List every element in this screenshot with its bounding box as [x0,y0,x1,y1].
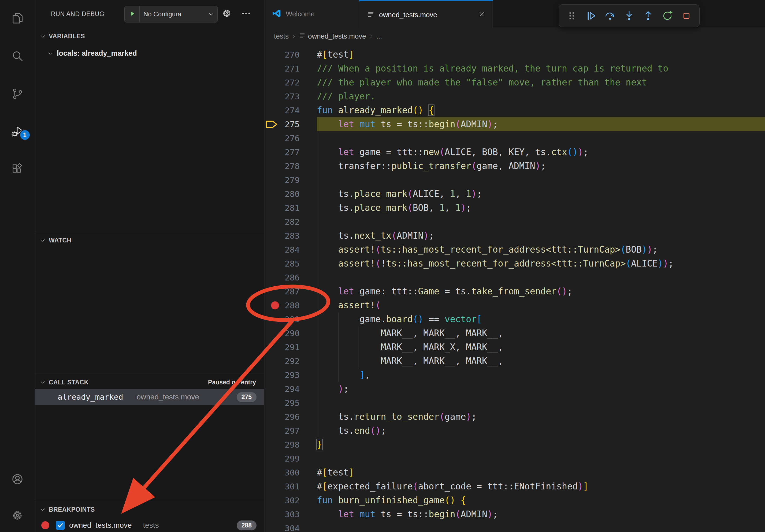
code-line[interactable]: 296 ts.return_to_sender(game); [264,410,765,424]
section-header-call-stack[interactable]: CALL STACK Paused on entry [35,374,264,391]
code-line[interactable]: 290 MARK__, MARK__, MARK__, [264,326,765,340]
code-line[interactable]: 298} [264,438,765,452]
gutter-glyph-margin[interactable] [264,159,279,173]
code-line[interactable]: 270#[test] [264,48,765,62]
gutter-glyph-margin[interactable] [264,173,279,187]
gutter-glyph-margin[interactable] [264,215,279,229]
code-line[interactable]: 276 [264,131,765,145]
close-tab-button[interactable] [478,11,485,19]
gutter-glyph-margin[interactable] [264,201,279,215]
stop-button[interactable] [678,7,694,24]
activity-item-accounts[interactable] [0,466,35,492]
step-out-button[interactable] [640,7,656,24]
gutter-glyph-margin[interactable] [264,257,279,271]
gutter-glyph-margin[interactable] [264,131,279,145]
gutter-glyph-margin[interactable] [264,354,279,368]
gutter-glyph-margin[interactable] [264,368,279,382]
activity-item-source-control[interactable] [0,81,35,107]
code-line[interactable]: 286 [264,271,765,285]
gutter-glyph-margin[interactable] [264,145,279,159]
step-into-button[interactable] [621,7,637,24]
breakpoint-checkbox[interactable] [56,521,65,530]
gutter-glyph-margin[interactable] [264,117,279,131]
code-line[interactable]: 272/// the player who made the "false" m… [264,76,765,90]
restart-button[interactable] [659,7,675,24]
gutter-glyph-margin[interactable] [264,479,279,493]
activity-item-explorer[interactable] [0,5,35,31]
gutter-glyph-margin[interactable] [264,507,279,521]
gutter-glyph-margin[interactable] [264,285,279,298]
gutter-glyph-margin[interactable] [264,452,279,465]
start-debugging-button[interactable] [125,6,140,22]
drag-handle-button[interactable] [564,7,580,24]
code-line[interactable]: 294 ); [264,382,765,396]
breadcrumb-item-file[interactable]: owned_tests.move [299,32,366,41]
code-line[interactable]: 301#[expected_failure(abort_code = ttt::… [264,479,765,493]
gutter-glyph-margin[interactable] [264,521,279,532]
gutter-glyph-margin[interactable] [264,410,279,424]
code-line[interactable]: 295 [264,396,765,410]
gutter-glyph-margin[interactable] [264,76,279,90]
gutter-glyph-margin[interactable] [264,298,279,312]
breadcrumb-item-tests[interactable]: tests [274,32,289,40]
gutter-glyph-margin[interactable] [264,493,279,507]
code-line[interactable]: 277 let game = ttt::new(ALICE, BOB, KEY,… [264,145,765,159]
code-editor[interactable]: 270#[test]271/// When a position is alre… [264,45,765,532]
gutter-glyph-margin[interactable] [264,187,279,201]
breadcrumb-item-symbol[interactable]: ... [376,32,382,40]
code-line[interactable]: 292 MARK__, MARK__, MARK__, [264,354,765,368]
code-line[interactable]: 282 [264,215,765,229]
code-line[interactable]: 283 ts.next_tx(ADMIN); [264,229,765,243]
gutter-glyph-margin[interactable] [264,90,279,104]
code-line[interactable]: 300#[test] [264,465,765,479]
gutter-glyph-margin[interactable] [264,271,279,285]
stack-frame-row[interactable]: already_marked owned_tests.move 275 [35,389,264,405]
code-line[interactable]: 303 let mut ts = ts::begin(ADMIN); [264,507,765,521]
gutter-glyph-margin[interactable] [264,48,279,62]
code-line[interactable]: 299 [264,452,765,465]
variables-scope-locals[interactable]: locals: already_marked [35,46,264,61]
gutter-glyph-margin[interactable] [264,340,279,354]
section-header-watch[interactable]: WATCH [35,232,264,249]
code-line[interactable]: 287 let game: ttt::Game = ts.take_from_s… [264,285,765,298]
code-line[interactable]: 293 ], [264,368,765,382]
gutter-glyph-margin[interactable] [264,382,279,396]
gutter-glyph-margin[interactable] [264,62,279,76]
code-line[interactable]: 273/// player. [264,90,765,104]
gutter-glyph-margin[interactable] [264,465,279,479]
gutter-glyph-margin[interactable] [264,229,279,243]
code-line[interactable]: 289 game.board() == vector[ [264,312,765,326]
code-line[interactable]: 280 ts.place_mark(ALICE, 1, 1); [264,187,765,201]
activity-item-extensions[interactable] [0,156,35,182]
section-header-breakpoints[interactable]: BREAKPOINTS [35,501,264,518]
code-line[interactable]: 304 [264,521,765,532]
activity-item-run-and-debug[interactable]: 1 [0,119,35,144]
tab-owned-tests-move[interactable]: owned_tests.move [359,0,493,28]
breakpoint-dot[interactable] [271,301,279,309]
gutter-glyph-margin[interactable] [264,424,279,438]
debug-configuration-dropdown[interactable]: No Configura [124,6,218,23]
breakpoint-item-row[interactable]: owned_tests.move tests 288 [35,518,264,532]
continue-button[interactable] [583,7,599,24]
tab-welcome[interactable]: Welcome [264,0,359,28]
step-over-button[interactable] [602,7,618,24]
activity-item-search[interactable] [0,43,35,69]
gutter-glyph-margin[interactable] [264,326,279,340]
code-line[interactable]: 285 assert!(!ts::has_most_recent_for_add… [264,257,765,271]
debug-settings-button[interactable] [222,8,232,20]
code-line[interactable]: 278 transfer::public_transfer(game, ADMI… [264,159,765,173]
code-line[interactable]: 274fun already_marked() { [264,104,765,117]
gutter-glyph-margin[interactable] [264,396,279,410]
code-line[interactable]: 275 let mut ts = ts::begin(ADMIN); [264,117,765,131]
gutter-glyph-margin[interactable] [264,312,279,326]
activity-item-manage[interactable] [0,502,35,528]
section-header-variables[interactable]: VARIABLES [35,28,264,45]
code-line[interactable]: 281 ts.place_mark(BOB, 1, 1); [264,201,765,215]
gutter-glyph-margin[interactable] [264,243,279,257]
code-line[interactable]: 302fun burn_unfinished_game() { [264,493,765,507]
gutter-glyph-margin[interactable] [264,438,279,452]
gutter-glyph-margin[interactable] [264,104,279,117]
code-line[interactable]: 288 assert!( [264,298,765,312]
code-line[interactable]: 284 assert!(ts::has_most_recent_for_addr… [264,243,765,257]
code-line[interactable]: 291 MARK__, MARK_X, MARK__, [264,340,765,354]
